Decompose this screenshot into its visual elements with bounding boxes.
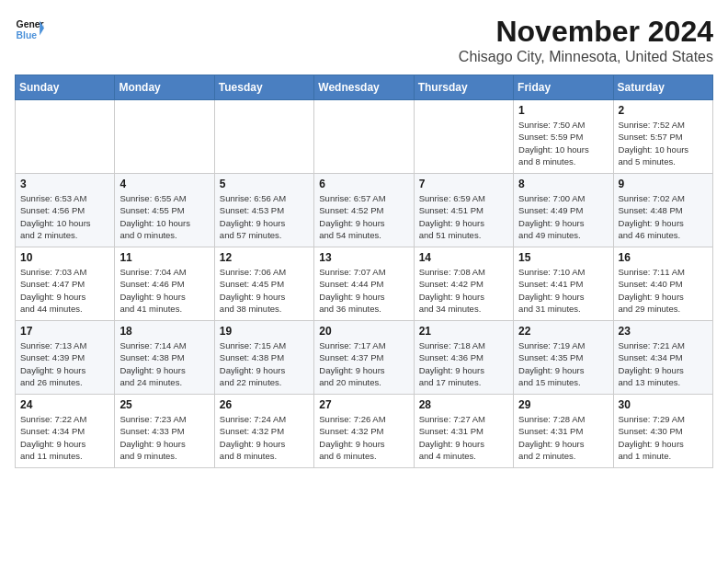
calendar-cell: 19Sunrise: 7:15 AM Sunset: 4:38 PM Dayli…	[214, 321, 313, 395]
logo-icon: General Blue	[15, 15, 44, 44]
calendar-week-row: 17Sunrise: 7:13 AM Sunset: 4:39 PM Dayli…	[16, 321, 713, 395]
day-number: 2	[619, 104, 708, 117]
calendar-cell: 18Sunrise: 7:14 AM Sunset: 4:38 PM Dayli…	[115, 321, 214, 395]
calendar-cell: 6Sunrise: 6:57 AM Sunset: 4:52 PM Daylig…	[314, 174, 414, 247]
day-number: 9	[619, 178, 708, 190]
day-info: Sunrise: 7:11 AM Sunset: 4:40 PM Dayligh…	[619, 266, 708, 315]
day-number: 12	[220, 251, 309, 264]
weekday-header-sunday: Sunday	[16, 75, 115, 100]
day-number: 24	[20, 398, 109, 411]
day-info: Sunrise: 7:13 AM Sunset: 4:39 PM Dayligh…	[20, 339, 109, 388]
day-number: 30	[619, 398, 708, 411]
title-section: November 2024 Chisago City, Minnesota, U…	[459, 15, 713, 65]
calendar-cell: 5Sunrise: 6:56 AM Sunset: 4:53 PM Daylig…	[214, 174, 313, 247]
day-info: Sunrise: 7:23 AM Sunset: 4:33 PM Dayligh…	[119, 413, 209, 462]
day-number: 8	[518, 178, 608, 190]
calendar-cell: 13Sunrise: 7:07 AM Sunset: 4:44 PM Dayli…	[314, 247, 414, 321]
weekday-header-friday: Friday	[514, 75, 613, 100]
day-number: 1	[518, 104, 608, 117]
day-info: Sunrise: 7:06 AM Sunset: 4:45 PM Dayligh…	[220, 266, 309, 315]
calendar-cell: 10Sunrise: 7:03 AM Sunset: 4:47 PM Dayli…	[16, 247, 115, 321]
day-number: 11	[119, 251, 209, 264]
day-number: 16	[619, 251, 708, 264]
weekday-header-row: SundayMondayTuesdayWednesdayThursdayFrid…	[16, 75, 713, 100]
calendar-cell: 27Sunrise: 7:26 AM Sunset: 4:32 PM Dayli…	[314, 395, 414, 468]
calendar-cell	[214, 100, 313, 174]
day-info: Sunrise: 6:56 AM Sunset: 4:53 PM Dayligh…	[220, 192, 309, 241]
day-info: Sunrise: 7:10 AM Sunset: 4:41 PM Dayligh…	[518, 266, 608, 315]
weekday-header-tuesday: Tuesday	[214, 75, 313, 100]
day-number: 5	[220, 178, 309, 190]
day-info: Sunrise: 7:17 AM Sunset: 4:37 PM Dayligh…	[319, 339, 408, 388]
weekday-header-monday: Monday	[115, 75, 214, 100]
calendar-cell: 21Sunrise: 7:18 AM Sunset: 4:36 PM Dayli…	[414, 321, 513, 395]
svg-text:Blue: Blue	[17, 30, 38, 40]
calendar-cell: 30Sunrise: 7:29 AM Sunset: 4:30 PM Dayli…	[613, 395, 712, 468]
day-number: 25	[119, 398, 209, 411]
calendar-cell: 1Sunrise: 7:50 AM Sunset: 5:59 PM Daylig…	[514, 100, 613, 174]
calendar-cell: 25Sunrise: 7:23 AM Sunset: 4:33 PM Dayli…	[115, 395, 214, 468]
calendar-cell: 16Sunrise: 7:11 AM Sunset: 4:40 PM Dayli…	[613, 247, 712, 321]
day-info: Sunrise: 7:50 AM Sunset: 5:59 PM Dayligh…	[518, 119, 608, 167]
day-info: Sunrise: 7:03 AM Sunset: 4:47 PM Dayligh…	[20, 266, 109, 315]
calendar-cell: 26Sunrise: 7:24 AM Sunset: 4:32 PM Dayli…	[214, 395, 313, 468]
calendar-cell: 29Sunrise: 7:28 AM Sunset: 4:31 PM Dayli…	[514, 395, 613, 468]
calendar-week-row: 24Sunrise: 7:22 AM Sunset: 4:34 PM Dayli…	[16, 395, 713, 468]
calendar-table: SundayMondayTuesdayWednesdayThursdayFrid…	[15, 75, 713, 468]
day-number: 13	[319, 251, 408, 264]
day-info: Sunrise: 7:15 AM Sunset: 4:38 PM Dayligh…	[220, 339, 309, 388]
day-info: Sunrise: 6:53 AM Sunset: 4:56 PM Dayligh…	[20, 192, 109, 241]
calendar-cell: 23Sunrise: 7:21 AM Sunset: 4:34 PM Dayli…	[613, 321, 712, 395]
logo: General Blue	[15, 15, 44, 44]
day-number: 22	[518, 325, 608, 338]
calendar-cell	[16, 100, 115, 174]
day-info: Sunrise: 7:00 AM Sunset: 4:49 PM Dayligh…	[518, 192, 608, 241]
day-info: Sunrise: 7:28 AM Sunset: 4:31 PM Dayligh…	[518, 413, 608, 462]
calendar-cell: 8Sunrise: 7:00 AM Sunset: 4:49 PM Daylig…	[514, 174, 613, 247]
day-info: Sunrise: 7:52 AM Sunset: 5:57 PM Dayligh…	[619, 119, 708, 167]
calendar-cell: 2Sunrise: 7:52 AM Sunset: 5:57 PM Daylig…	[613, 100, 712, 174]
day-number: 18	[119, 325, 209, 338]
day-info: Sunrise: 7:24 AM Sunset: 4:32 PM Dayligh…	[220, 413, 309, 462]
calendar-cell: 20Sunrise: 7:17 AM Sunset: 4:37 PM Dayli…	[314, 321, 414, 395]
day-number: 10	[20, 251, 109, 264]
month-title: November 2024	[459, 15, 713, 49]
day-info: Sunrise: 6:55 AM Sunset: 4:55 PM Dayligh…	[119, 192, 209, 241]
calendar-cell: 11Sunrise: 7:04 AM Sunset: 4:46 PM Dayli…	[115, 247, 214, 321]
day-number: 4	[119, 178, 209, 190]
day-number: 23	[619, 325, 708, 338]
calendar-cell: 22Sunrise: 7:19 AM Sunset: 4:35 PM Dayli…	[514, 321, 613, 395]
day-number: 27	[319, 398, 408, 411]
day-number: 7	[419, 178, 508, 190]
day-number: 28	[419, 398, 508, 411]
calendar-cell: 7Sunrise: 6:59 AM Sunset: 4:51 PM Daylig…	[414, 174, 513, 247]
calendar-cell: 28Sunrise: 7:27 AM Sunset: 4:31 PM Dayli…	[414, 395, 513, 468]
day-info: Sunrise: 6:57 AM Sunset: 4:52 PM Dayligh…	[319, 192, 408, 241]
day-info: Sunrise: 7:22 AM Sunset: 4:34 PM Dayligh…	[20, 413, 109, 462]
calendar-cell: 17Sunrise: 7:13 AM Sunset: 4:39 PM Dayli…	[16, 321, 115, 395]
day-info: Sunrise: 6:59 AM Sunset: 4:51 PM Dayligh…	[419, 192, 508, 241]
day-number: 6	[319, 178, 408, 190]
calendar-cell: 14Sunrise: 7:08 AM Sunset: 4:42 PM Dayli…	[414, 247, 513, 321]
weekday-header-thursday: Thursday	[414, 75, 513, 100]
calendar-cell	[115, 100, 214, 174]
weekday-header-wednesday: Wednesday	[314, 75, 414, 100]
page-header: General Blue November 2024 Chisago City,…	[15, 15, 713, 65]
day-info: Sunrise: 7:29 AM Sunset: 4:30 PM Dayligh…	[619, 413, 708, 462]
day-info: Sunrise: 7:18 AM Sunset: 4:36 PM Dayligh…	[419, 339, 508, 388]
day-number: 3	[20, 178, 109, 190]
day-number: 17	[20, 325, 109, 338]
calendar-cell: 4Sunrise: 6:55 AM Sunset: 4:55 PM Daylig…	[115, 174, 214, 247]
day-number: 15	[518, 251, 608, 264]
day-info: Sunrise: 7:19 AM Sunset: 4:35 PM Dayligh…	[518, 339, 608, 388]
calendar-cell	[414, 100, 513, 174]
day-info: Sunrise: 7:26 AM Sunset: 4:32 PM Dayligh…	[319, 413, 408, 462]
day-number: 20	[319, 325, 408, 338]
day-number: 19	[220, 325, 309, 338]
calendar-cell: 12Sunrise: 7:06 AM Sunset: 4:45 PM Dayli…	[214, 247, 313, 321]
calendar-cell: 9Sunrise: 7:02 AM Sunset: 4:48 PM Daylig…	[613, 174, 712, 247]
day-info: Sunrise: 7:07 AM Sunset: 4:44 PM Dayligh…	[319, 266, 408, 315]
day-number: 29	[518, 398, 608, 411]
calendar-cell: 3Sunrise: 6:53 AM Sunset: 4:56 PM Daylig…	[16, 174, 115, 247]
day-info: Sunrise: 7:02 AM Sunset: 4:48 PM Dayligh…	[619, 192, 708, 241]
